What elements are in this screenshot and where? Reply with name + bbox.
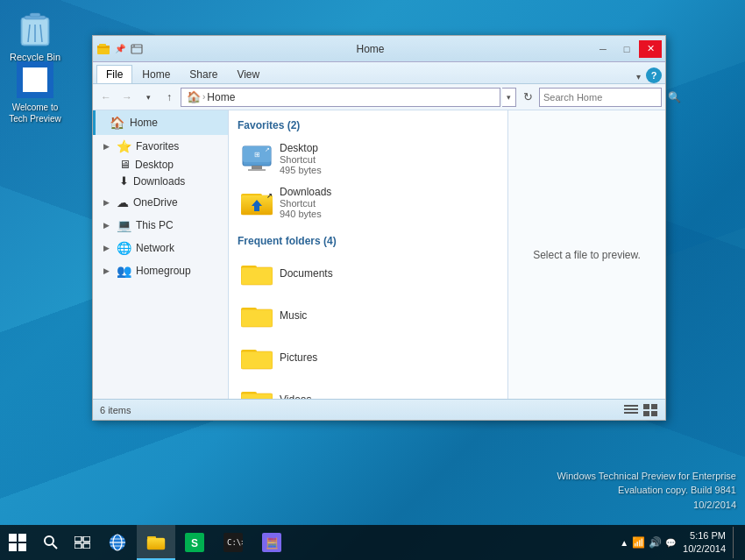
notification-tray-icon[interactable]: 💬	[665, 538, 676, 548]
refresh-button[interactable]: ↻	[518, 88, 537, 107]
window-controls: ─ □ ✕	[592, 40, 662, 58]
documents-file-icon	[241, 258, 273, 289]
ribbon-expand-button[interactable]: ▾	[631, 70, 646, 83]
address-input[interactable]: 🏠 › Home	[181, 88, 500, 107]
onedrive-icon: ☁	[117, 195, 129, 209]
sidebar-item-downloads[interactable]: ⬇ Downloads	[93, 173, 228, 189]
search-input[interactable]	[540, 92, 668, 103]
clock-time: 5:16 PM	[683, 529, 726, 542]
tab-share[interactable]: Share	[180, 65, 227, 83]
downloads-label: Downloads	[133, 175, 185, 188]
svg-rect-9	[23, 80, 35, 92]
network-tray-icon[interactable]: 📶	[632, 536, 645, 549]
recycle-bin-icon[interactable]: Recycle Bin	[9, 9, 61, 63]
sidebar-item-desktop[interactable]: 🖥 Desktop	[93, 156, 228, 173]
music-file-name: Music	[280, 309, 307, 322]
taskbar-clock[interactable]: 5:16 PM 10/2/2014	[683, 529, 726, 556]
svg-rect-38	[624, 412, 638, 414]
address-chevron: ›	[202, 92, 205, 102]
tray-up-arrow[interactable]: ▲	[620, 538, 628, 548]
svg-rect-36	[624, 405, 638, 407]
volume-tray-icon[interactable]: 🔊	[649, 536, 662, 549]
taskbar-store[interactable]: S	[175, 525, 214, 560]
start-button[interactable]	[0, 525, 35, 560]
list-item[interactable]: ⊞ ↗ Desktop Shortcut 495 bytes	[238, 137, 499, 181]
show-desktop-button[interactable]	[733, 527, 738, 558]
svg-rect-33	[241, 351, 273, 369]
taskbar-file-explorer[interactable]	[137, 525, 175, 560]
videos-file-details: Videos	[280, 393, 311, 399]
properties-icon[interactable]	[130, 42, 144, 56]
sidebar-section-favorites: ▶ ⭐ Favorites 🖥 Desktop ⬇ Downloads	[93, 135, 228, 191]
favorites-label: Favorites	[136, 140, 221, 152]
sidebar-item-onedrive[interactable]: ▶ ☁ OneDrive	[93, 193, 228, 212]
svg-rect-39	[643, 404, 649, 409]
list-item[interactable]: Videos	[238, 379, 499, 399]
taskbar-search-button[interactable]	[35, 525, 67, 560]
svg-point-43	[45, 536, 53, 545]
svg-rect-35	[241, 393, 273, 399]
sidebar-item-homegroup[interactable]: ▶ 👥 Homegroup	[93, 261, 228, 280]
svg-rect-10	[35, 80, 47, 92]
pin-icon[interactable]: 📌	[113, 42, 127, 56]
address-segment: Home	[207, 91, 235, 103]
taskbar-calc[interactable]: 🧮	[252, 525, 291, 560]
ribbon: File Home Share View ▾ ?	[93, 62, 665, 84]
maximize-button[interactable]: □	[615, 40, 638, 58]
taskbar-ie[interactable]	[98, 525, 137, 560]
desktop: Recycle Bin Welcome toTech Preview Windo…	[0, 0, 745, 560]
view-toggle	[623, 403, 658, 417]
large-icons-view-button[interactable]	[642, 403, 658, 417]
help-button[interactable]: ?	[646, 67, 662, 83]
list-item[interactable]: ↗ Downloads Shortcut 940 bytes	[238, 181, 499, 224]
address-dropdown-button[interactable]: ▾	[502, 88, 516, 107]
list-item[interactable]: Music	[238, 294, 499, 337]
tab-file[interactable]: File	[96, 65, 132, 83]
content-area: 🏠 Home ▶ ⭐ Favorites 🖥 Desktop ⬇	[93, 110, 665, 399]
svg-rect-20	[248, 169, 266, 171]
recent-locations-button[interactable]: ▾	[138, 88, 158, 107]
tab-home[interactable]: Home	[132, 65, 180, 83]
music-file-icon	[241, 300, 273, 331]
documents-file-details: Documents	[280, 267, 333, 280]
svg-text:S: S	[191, 537, 198, 549]
sidebar-item-network[interactable]: ▶ 🌐 Network	[93, 238, 228, 258]
up-button[interactable]: ↑	[160, 88, 179, 107]
svg-rect-7	[23, 67, 35, 80]
svg-rect-41	[643, 411, 649, 416]
desktop-file-size: 495 bytes	[280, 165, 322, 175]
details-view-button[interactable]	[623, 403, 639, 417]
svg-rect-46	[83, 536, 90, 542]
task-view-button[interactable]	[67, 525, 98, 560]
watermark-line2: Evaluation copy. Build 9841	[557, 483, 736, 498]
file-list: Favorites (2) ⊞ ↗	[229, 110, 507, 399]
sidebar: 🏠 Home ▶ ⭐ Favorites 🖥 Desktop ⬇	[93, 110, 229, 399]
forward-button[interactable]: →	[117, 88, 137, 107]
pictures-file-name: Pictures	[280, 351, 317, 364]
minimize-button[interactable]: ─	[592, 40, 614, 58]
search-box[interactable]: 🔍	[539, 88, 662, 107]
sidebar-home[interactable]: 🏠 Home	[93, 110, 228, 135]
item-count: 6 items	[100, 405, 131, 415]
back-button[interactable]: ←	[96, 88, 116, 107]
taskbar-cmd[interactable]: C:\>_	[214, 525, 252, 560]
sidebar-item-thispc[interactable]: ▶ 💻 This PC	[93, 216, 228, 235]
sidebar-section-onedrive: ▶ ☁ OneDrive	[93, 191, 228, 214]
file-area: Favorites (2) ⊞ ↗	[229, 110, 507, 399]
list-item[interactable]: Pictures	[238, 337, 499, 379]
onedrive-expand-arrow: ▶	[103, 198, 112, 207]
svg-text:⊞: ⊞	[254, 151, 260, 159]
list-item[interactable]: Documents	[238, 252, 499, 294]
welcome-tile[interactable]: Welcome toTech Preview	[7, 61, 63, 124]
close-button[interactable]: ✕	[639, 40, 662, 58]
thispc-label: This PC	[136, 219, 221, 231]
sidebar-item-favorites[interactable]: ▶ ⭐ Favorites	[93, 137, 228, 156]
tab-view[interactable]: View	[227, 65, 269, 83]
desktop-file-details: Desktop Shortcut 495 bytes	[280, 142, 322, 175]
favorites-icon: ⭐	[117, 139, 131, 153]
thispc-icon: 💻	[117, 218, 131, 232]
svg-rect-47	[74, 543, 82, 549]
taskbar: S C:\>_ 🧮 ▲ 📶 🔊 💬	[0, 525, 745, 560]
welcome-label: Welcome toTech Preview	[7, 102, 63, 124]
search-button[interactable]: 🔍	[668, 89, 681, 106]
